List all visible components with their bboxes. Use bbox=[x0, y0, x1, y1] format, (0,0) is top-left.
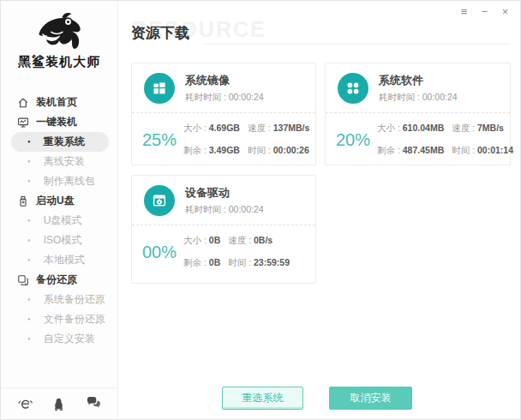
home-icon bbox=[16, 96, 29, 109]
download-card-system-image: 系统镜像 耗时时间 : 00:00:24 25% 大小 : 4.69GB 速度 … bbox=[131, 63, 316, 165]
sidebar-item-file-backup-restore[interactable]: 文件备份还原 bbox=[16, 309, 112, 329]
progress-percent: 20% bbox=[336, 130, 370, 150]
stat-time: 时间 : 00:01:14 bbox=[452, 145, 513, 157]
sidebar-item-label: ISO模式 bbox=[44, 233, 82, 248]
card-stats: 20% 大小 : 610.04MB 速度 : 7MB/s 剩余 : 487.45… bbox=[326, 113, 510, 163]
sidebar-item-label: 文件备份还原 bbox=[44, 312, 105, 327]
sidebar-item-label: 系统备份还原 bbox=[44, 292, 105, 307]
stat-time: 时间 : 23:59:59 bbox=[228, 257, 290, 269]
card-title: 设备驱动 bbox=[185, 185, 264, 201]
sidebar-menu: 装机首页 一键装机 重装系统 离线安装 制作离线包 启动U盘 bbox=[1, 93, 117, 349]
stat-time: 时间 : 00:00:26 bbox=[248, 145, 309, 157]
stat-speed: 速度 : 7MB/s bbox=[452, 123, 513, 135]
stat-grid: 大小 : 0B 速度 : 0B/s 剩余 : 0B 时间 : 23:59:59 bbox=[183, 235, 290, 269]
card-title: 系统软件 bbox=[379, 73, 458, 88]
cancel-install-button[interactable]: 取消安装 bbox=[329, 387, 412, 410]
card-header: 设备驱动 耗时时间 : 00:00:24 bbox=[132, 176, 315, 225]
stat-remaining: 剩余 : 0B bbox=[183, 257, 220, 269]
card-stats: 00% 大小 : 0B 速度 : 0B/s 剩余 : 0B 时间 : 23:59… bbox=[132, 225, 315, 275]
title-divider bbox=[204, 44, 510, 45]
download-card-device-driver: 设备驱动 耗时时间 : 00:00:24 00% 大小 : 0B 速度 : 0B… bbox=[131, 175, 316, 284]
sidebar-item-iso-mode[interactable]: ISO模式 bbox=[16, 231, 112, 250]
page-title: 资源下载 bbox=[131, 23, 189, 43]
elapsed-time: 耗时时间 : 00:00:24 bbox=[379, 92, 458, 104]
minimize-button[interactable]: − bbox=[478, 5, 491, 19]
close-button[interactable]: × bbox=[499, 5, 512, 19]
sidebar-item-label: 装机首页 bbox=[36, 95, 77, 110]
sidebar-item-one-key-install[interactable]: 一键装机 bbox=[16, 112, 112, 132]
stat-speed: 速度 : 0B/s bbox=[228, 235, 290, 247]
sidebar-footer bbox=[1, 387, 117, 419]
menu-button[interactable]: ≡ bbox=[458, 5, 470, 19]
card-head-text: 系统镜像 耗时时间 : 00:00:24 bbox=[185, 73, 264, 104]
card-head-text: 系统软件 耗时时间 : 00:00:24 bbox=[379, 73, 458, 104]
stat-remaining: 剩余 : 3.49GB bbox=[183, 145, 240, 157]
card-header: 系统镜像 耗时时间 : 00:00:24 bbox=[132, 63, 315, 113]
sidebar-item-make-offline-pack[interactable]: 制作离线包 bbox=[16, 171, 112, 191]
sidebar-item-usb-mode[interactable]: U盘模式 bbox=[16, 211, 112, 231]
device-driver-icon bbox=[144, 185, 175, 216]
monitor-icon bbox=[16, 116, 29, 129]
card-stats: 25% 大小 : 4.69GB 速度 : 137MB/s 剩余 : 3.49GB… bbox=[132, 113, 315, 163]
stat-size: 大小 : 0B bbox=[183, 235, 220, 247]
sidebar-item-label: 自定义安装 bbox=[44, 332, 95, 346]
system-image-icon bbox=[144, 73, 175, 104]
stat-size: 大小 : 610.04MB bbox=[377, 123, 444, 135]
sidebar: 黑鲨装机大师 装机首页 一键装机 重装系统 离线安装 制 bbox=[1, 1, 118, 419]
shark-logo-icon bbox=[1, 9, 117, 52]
stat-speed: 速度 : 137MB/s bbox=[248, 123, 309, 135]
sidebar-item-install-home[interactable]: 装机首页 bbox=[16, 93, 112, 112]
sidebar-item-label: 启动U盘 bbox=[36, 194, 75, 208]
app-window: 黑鲨装机大师 装机首页 一键装机 重装系统 离线安装 制 bbox=[0, 0, 521, 420]
progress-percent: 25% bbox=[142, 130, 177, 150]
ie-icon[interactable] bbox=[18, 397, 33, 411]
progress-percent: 00% bbox=[142, 243, 177, 262]
backup-restore-icon bbox=[16, 273, 29, 286]
card-title: 系统镜像 bbox=[185, 73, 264, 88]
sidebar-item-label: 备份还原 bbox=[36, 273, 77, 287]
card-head-text: 设备驱动 耗时时间 : 00:00:24 bbox=[185, 185, 264, 216]
main-content: ≡ − × RESOURCE 资源下载 系统镜像 耗时时间 : 00:00:24… bbox=[118, 1, 520, 419]
card-header: 系统软件 耗时时间 : 00:00:24 bbox=[326, 63, 510, 113]
app-title: 黑鲨装机大师 bbox=[1, 54, 117, 70]
sidebar-item-boot-usb[interactable]: 启动U盘 bbox=[16, 191, 112, 211]
sidebar-item-system-backup-restore[interactable]: 系统备份还原 bbox=[16, 290, 112, 309]
stat-grid: 大小 : 610.04MB 速度 : 7MB/s 剩余 : 487.45MB 时… bbox=[377, 123, 513, 157]
qq-icon[interactable] bbox=[52, 397, 67, 411]
sidebar-item-reinstall-system[interactable]: 重装系统 bbox=[11, 132, 109, 152]
elapsed-time: 耗时时间 : 00:00:24 bbox=[185, 92, 264, 104]
window-controls: ≡ − × bbox=[458, 5, 512, 19]
sidebar-item-label: U盘模式 bbox=[44, 213, 82, 228]
sidebar-item-label: 制作离线包 bbox=[44, 174, 95, 189]
sidebar-item-label: 本地模式 bbox=[44, 253, 85, 267]
stat-grid: 大小 : 4.69GB 速度 : 137MB/s 剩余 : 3.49GB 时间 … bbox=[183, 123, 309, 157]
stat-remaining: 剩余 : 487.45MB bbox=[377, 145, 444, 157]
app-logo: 黑鲨装机大师 bbox=[1, 1, 117, 70]
sidebar-item-backup-restore[interactable]: 备份还原 bbox=[16, 270, 112, 290]
sidebar-item-custom-install[interactable]: 自定义安装 bbox=[16, 329, 112, 349]
sidebar-item-offline-install[interactable]: 离线安装 bbox=[16, 152, 112, 171]
sidebar-item-label: 重装系统 bbox=[44, 135, 85, 149]
elapsed-time: 耗时时间 : 00:00:24 bbox=[185, 204, 264, 216]
sidebar-item-local-mode[interactable]: 本地模式 bbox=[16, 250, 112, 270]
software-icon bbox=[338, 73, 368, 104]
download-card-system-software: 系统软件 耗时时间 : 00:00:24 20% 大小 : 610.04MB 速… bbox=[325, 63, 511, 165]
stat-size: 大小 : 4.69GB bbox=[183, 123, 240, 135]
reselect-system-button[interactable]: 重选系统 bbox=[222, 387, 303, 410]
sidebar-item-label: 一键装机 bbox=[36, 115, 77, 129]
usb-drive-icon bbox=[16, 195, 29, 207]
chat-bubbles-icon[interactable] bbox=[86, 397, 100, 411]
sidebar-item-label: 离线安装 bbox=[44, 154, 85, 169]
